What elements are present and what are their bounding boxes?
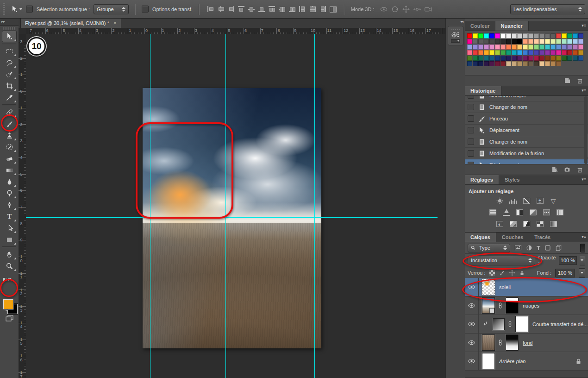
- history-source-checkbox[interactable]: [468, 104, 474, 110]
- eye-icon[interactable]: [465, 278, 479, 296]
- adjustment-hue-sat-icon[interactable]: [489, 209, 497, 216]
- mask-link-icon[interactable]: [506, 320, 514, 328]
- opacity-value[interactable]: 100 %: [559, 256, 576, 265]
- layer-row[interactable]: soleil: [465, 278, 588, 296]
- adjustment-brightness-icon[interactable]: [496, 197, 504, 204]
- color-swatch[interactable]: [512, 33, 517, 38]
- tab-calques[interactable]: Calques: [465, 233, 496, 242]
- filter-adjustment-layers-icon[interactable]: [526, 245, 532, 251]
- foreground-color-swatch[interactable]: [3, 299, 13, 309]
- color-swatch[interactable]: [562, 50, 567, 55]
- auto-select-target-dropdown[interactable]: Groupe: [94, 4, 129, 14]
- layer-mask-thumbnail[interactable]: [515, 316, 528, 332]
- tab-historique[interactable]: Historique: [465, 86, 501, 95]
- guide-vertical[interactable]: [314, 34, 315, 378]
- color-swatch[interactable]: [578, 39, 583, 44]
- current-tool-preset[interactable]: [11, 5, 22, 13]
- dist-top-icon[interactable]: [268, 6, 275, 13]
- color-swatch[interactable]: [467, 50, 472, 55]
- history-entry[interactable]: Changer de nom: [465, 101, 588, 113]
- history-entry[interactable]: Modification de la fusion: [465, 148, 588, 159]
- align-right-icon[interactable]: [227, 6, 235, 13]
- trash-icon[interactable]: [576, 77, 583, 84]
- transform-controls-checkbox[interactable]: [142, 6, 149, 13]
- horizontal-ruler[interactable]: 765432101234567891011121314151617: [26, 28, 445, 35]
- color-swatch[interactable]: [512, 50, 517, 55]
- color-swatch[interactable]: [556, 56, 561, 61]
- color-swatch[interactable]: [545, 50, 550, 55]
- color-swatch[interactable]: [495, 56, 500, 61]
- layer-thumbnail[interactable]: [493, 318, 505, 330]
- auto-select-checkbox[interactable]: [26, 6, 33, 13]
- history-entry[interactable]: Nouveau calque: [465, 96, 588, 101]
- history-source-checkbox[interactable]: [468, 115, 474, 122]
- history-entry[interactable]: Pinceau: [465, 113, 588, 125]
- layer-thumbnail[interactable]: [482, 353, 495, 369]
- color-swatch[interactable]: [495, 50, 500, 55]
- color-swatch[interactable]: [467, 56, 472, 61]
- color-swatch[interactable]: [556, 44, 561, 50]
- color-swatch[interactable]: [545, 44, 550, 50]
- adjustment-invert-icon[interactable]: ◐: [496, 220, 504, 227]
- tool-eyedropper[interactable]: [2, 92, 17, 103]
- color-swatch[interactable]: [512, 61, 517, 66]
- tools-collapse-button[interactable]: ▸▸: [0, 19, 19, 26]
- color-swatch[interactable]: [534, 39, 539, 44]
- color-swatch[interactable]: [473, 56, 478, 61]
- color-swatch[interactable]: [484, 33, 489, 38]
- layer-mask-thumbnail[interactable]: [506, 334, 519, 351]
- 3d-slide-icon[interactable]: [413, 5, 421, 13]
- filter-pixel-layers-icon[interactable]: [514, 245, 522, 251]
- layer-name[interactable]: soleil: [499, 284, 511, 290]
- 3d-pan-icon[interactable]: [402, 5, 410, 13]
- color-swatch[interactable]: [489, 56, 494, 61]
- adjustment-color-lookup-icon[interactable]: [556, 209, 564, 216]
- color-swatch[interactable]: [550, 61, 556, 66]
- workspace-dropdown[interactable]: Les indispensables: [510, 4, 585, 14]
- adjustment-threshold-icon[interactable]: [523, 220, 531, 227]
- mask-link-icon[interactable]: [496, 339, 504, 346]
- tool-gradient[interactable]: [2, 164, 17, 176]
- color-swatch[interactable]: [578, 44, 583, 50]
- color-swatch[interactable]: [489, 50, 494, 55]
- filter-kind-dropdown[interactable]: Type: [468, 244, 510, 252]
- color-swatch[interactable]: [484, 50, 489, 55]
- color-swatch[interactable]: [484, 56, 489, 61]
- align-bottom-icon[interactable]: [258, 6, 265, 13]
- guide-vertical[interactable]: [150, 34, 150, 378]
- tool-zoom[interactable]: [2, 260, 17, 272]
- color-swatch[interactable]: [484, 44, 489, 50]
- panel-menu-icon[interactable]: ▾≡: [582, 23, 586, 28]
- color-swatch[interactable]: [489, 44, 494, 50]
- color-swatch[interactable]: [556, 39, 561, 44]
- eye-icon[interactable]: [465, 315, 479, 333]
- color-swatch[interactable]: [534, 33, 539, 38]
- color-swatch[interactable]: [562, 33, 567, 38]
- color-swatch[interactable]: [567, 44, 572, 50]
- adjustment-photo-filter-icon[interactable]: [529, 209, 537, 216]
- panel-menu-icon[interactable]: ▾≡: [582, 177, 586, 182]
- history-entry[interactable]: Changer de nom: [465, 136, 588, 148]
- tool-type[interactable]: T: [2, 211, 17, 222]
- adjustment-levels-icon[interactable]: [509, 197, 517, 204]
- tab-couleur[interactable]: Couleur: [465, 21, 495, 31]
- color-swatch[interactable]: [578, 56, 583, 61]
- color-swatch[interactable]: [539, 33, 544, 38]
- history-source-checkbox[interactable]: [468, 96, 474, 99]
- color-swatch[interactable]: [495, 33, 500, 38]
- color-swatch[interactable]: [506, 44, 511, 50]
- properties-panel-button[interactable]: [448, 26, 463, 45]
- layer-thumbnail[interactable]: [482, 334, 495, 351]
- color-swatch[interactable]: [556, 33, 561, 38]
- layer-row[interactable]: Arrière-plan: [465, 352, 588, 371]
- panel-menu-icon[interactable]: ▾≡: [582, 88, 586, 93]
- tab-styles[interactable]: Styles: [499, 175, 525, 184]
- color-swatch[interactable]: [506, 33, 511, 38]
- color-swatch[interactable]: [478, 56, 483, 61]
- color-swatch[interactable]: [573, 50, 578, 55]
- options-bar-grip[interactable]: [3, 3, 5, 15]
- color-swatch[interactable]: [523, 61, 528, 66]
- color-swatch[interactable]: [562, 39, 567, 44]
- color-swatch[interactable]: [473, 50, 478, 55]
- color-swatch[interactable]: [489, 39, 494, 44]
